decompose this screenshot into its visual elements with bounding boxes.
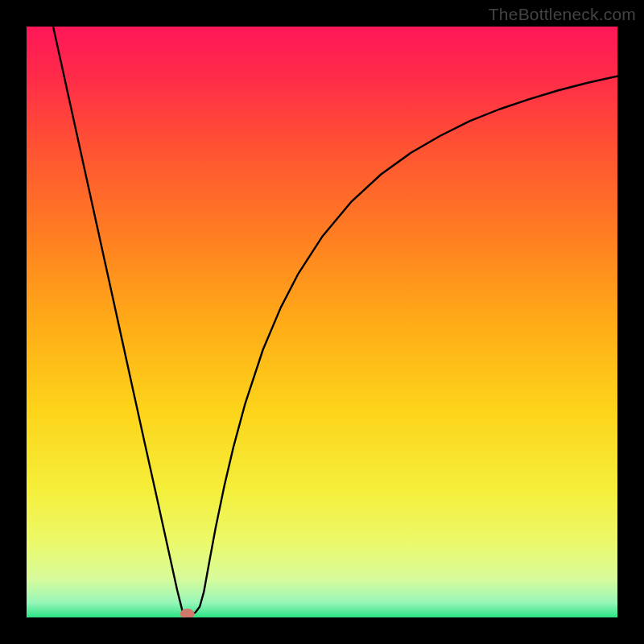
gradient-background [27,27,617,617]
chart-svg [27,27,617,617]
watermark-text: TheBottleneck.com [489,5,636,24]
plot-area [27,27,617,617]
chart-frame: TheBottleneck.com [0,0,644,644]
